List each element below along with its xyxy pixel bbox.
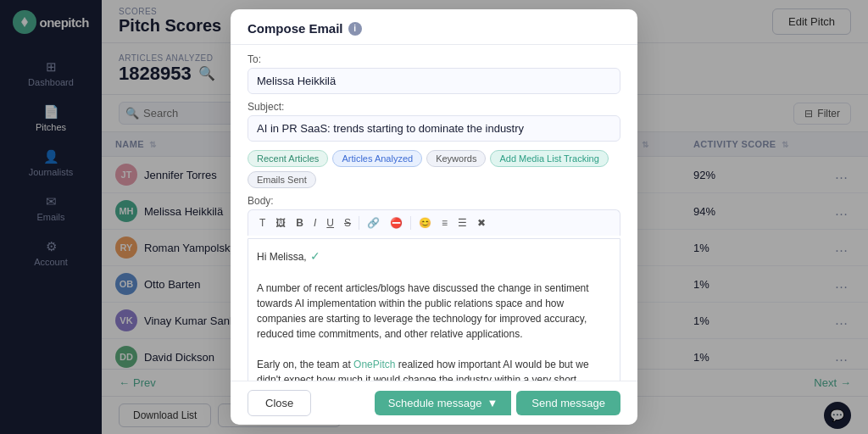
subject-field-row: Subject: [248, 101, 620, 142]
emoji-tool[interactable]: 😊 [415, 214, 436, 231]
toolbar-separator-1 [359, 216, 359, 230]
schedule-label: Schedule message [388, 397, 482, 409]
body-editor-toolbar: T 🖼 B I U S 🔗 ⛔ 😊 ≡ ☰ ✖ [248, 209, 620, 236]
ordered-list-tool[interactable]: ☰ [453, 214, 471, 231]
to-input[interactable] [248, 68, 620, 94]
modal-header: Compose Email i [231, 9, 637, 45]
tag[interactable]: Keywords [426, 150, 486, 167]
modal-overlay[interactable]: Compose Email i To: Subject: Recent Arti… [0, 0, 868, 434]
action-buttons: Schedule message ▼ Send message [375, 391, 620, 415]
tag[interactable]: Add Media List Tracking [490, 150, 608, 167]
image-tool[interactable]: 🖼 [271, 214, 290, 231]
modal-footer: Close Schedule message ▼ Send message [231, 381, 637, 425]
toolbar-separator-2 [410, 216, 411, 230]
link-tool[interactable]: 🔗 [363, 214, 384, 231]
modal-info-icon[interactable]: i [348, 22, 362, 36]
close-button[interactable]: Close [248, 390, 311, 416]
unlink-tool[interactable]: ⛔ [386, 214, 407, 231]
schedule-message-button[interactable]: Schedule message ▼ [375, 391, 511, 415]
subject-input[interactable] [248, 115, 620, 142]
modal-body: To: Subject: Recent ArticlesArticles Ana… [231, 45, 637, 381]
tag[interactable]: Emails Sent [248, 171, 316, 188]
strikethrough-tool[interactable]: S [340, 214, 355, 231]
onepitch-link[interactable]: OnePitch [353, 359, 395, 370]
body-label: Body: [248, 195, 620, 207]
schedule-group: Schedule message ▼ [375, 391, 511, 415]
bold-tool[interactable]: B [292, 214, 308, 231]
tag[interactable]: Articles Analyzed [332, 150, 422, 167]
font-tool[interactable]: T [255, 214, 270, 231]
to-label: To: [248, 53, 620, 65]
body-editor[interactable]: Hi Melissa,✓ A number of recent articles… [248, 238, 620, 381]
to-field-row: To: [248, 53, 620, 94]
tag[interactable]: Recent Articles [248, 150, 328, 167]
subject-label: Subject: [248, 101, 620, 113]
modal-title-text: Compose Email [248, 21, 343, 36]
body-field-row: Body: T 🖼 B I U S 🔗 ⛔ 😊 ≡ ☰ [248, 195, 620, 381]
bullet-list-tool[interactable]: ≡ [437, 214, 452, 231]
underline-tool[interactable]: U [322, 214, 338, 231]
schedule-chevron-icon: ▼ [487, 397, 498, 409]
send-message-button[interactable]: Send message [516, 391, 620, 415]
tags-row: Recent ArticlesArticles AnalyzedKeywords… [248, 150, 620, 188]
clear-tool[interactable]: ✖ [473, 214, 490, 231]
compose-email-modal: Compose Email i To: Subject: Recent Arti… [231, 9, 637, 425]
italic-tool[interactable]: I [309, 214, 320, 231]
